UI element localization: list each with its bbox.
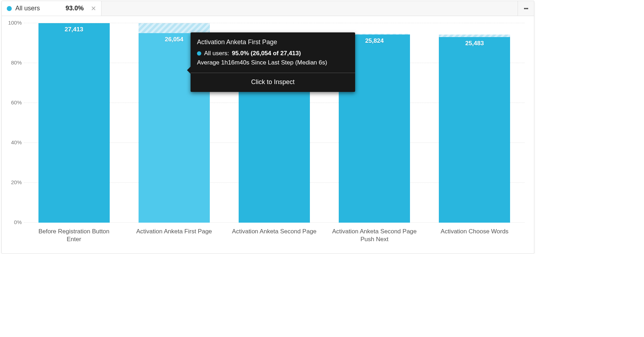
x-tick-label: Before Registration Button Enter	[31, 228, 117, 243]
x-tick-label: Activation Anketa Second Page Push Next	[332, 228, 417, 243]
bar-fill	[38, 23, 110, 223]
funnel-panel: All users 93.0% ✕ 0%20%40%60%80%100%27,4…	[1, 1, 534, 254]
series-color-dot	[7, 6, 12, 11]
header-spacer	[102, 1, 518, 16]
series-overall-pct: 93.0%	[66, 5, 84, 12]
tooltip-series-name: All users:	[204, 49, 229, 58]
bar-value-label: 25,483	[439, 40, 510, 47]
kebab-dot	[524, 8, 525, 9]
y-tick-label: 100%	[6, 20, 22, 26]
bar-fill	[439, 37, 510, 223]
x-tick-label: Activation Anketa First Page	[131, 228, 217, 243]
tooltip-stats: 95.0% (26,054 of 27,413)	[232, 49, 301, 58]
panel-header: All users 93.0% ✕	[2, 1, 534, 16]
x-tick-label: Activation Choose Words	[432, 228, 517, 243]
x-axis: Before Registration Button EnterActivati…	[24, 228, 525, 243]
bar-tooltip[interactable]: Activation Anketa First Page All users: …	[191, 32, 355, 92]
bar-value-label: 27,413	[38, 26, 110, 33]
series-name: All users	[15, 5, 62, 12]
legend-chip[interactable]: All users 93.0% ✕	[2, 1, 102, 16]
options-menu-button[interactable]	[518, 1, 534, 16]
y-tick-label: 20%	[6, 179, 22, 185]
kebab-dot	[527, 8, 528, 9]
tooltip-avg-line: Average 1h16m40s Since Last Step (Median…	[197, 58, 349, 67]
bar[interactable]: 25,483	[439, 23, 510, 223]
bar[interactable]: 27,413	[38, 23, 110, 223]
y-tick-label: 0%	[6, 219, 22, 225]
y-tick-label: 40%	[6, 139, 22, 145]
x-tick-label: Activation Anketa Second Page	[232, 228, 317, 243]
close-icon[interactable]: ✕	[91, 5, 96, 12]
kebab-dot	[525, 8, 527, 9]
tooltip-series-line: All users: 95.0% (26,054 of 27,413)	[197, 49, 349, 58]
chart-body: 0%20%40%60%80%100%27,41326,05425,93825,8…	[2, 16, 534, 253]
tooltip-inspect-button[interactable]: Click to Inspect	[197, 73, 349, 92]
y-tick-label: 60%	[6, 99, 22, 105]
series-color-dot	[197, 51, 201, 56]
y-tick-label: 80%	[6, 59, 22, 66]
tooltip-title: Activation Anketa First Page	[197, 37, 349, 47]
